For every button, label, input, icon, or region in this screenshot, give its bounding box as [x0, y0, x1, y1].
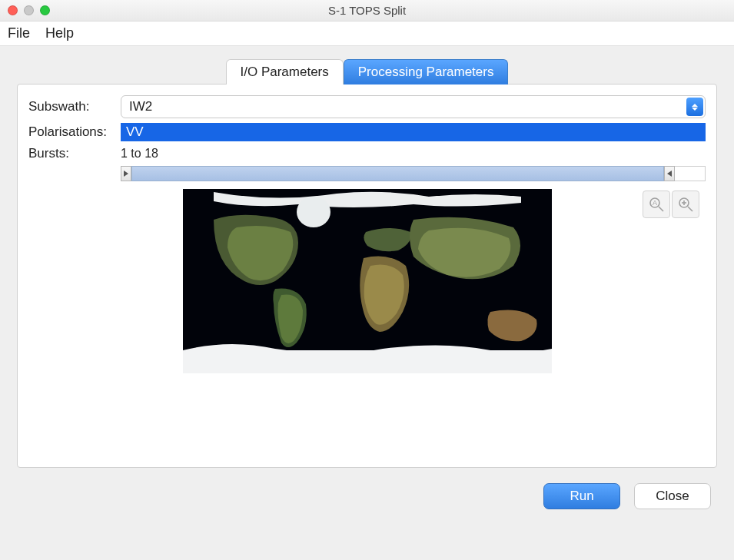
label-bursts: Bursts: — [28, 146, 121, 161]
row-subswath: Subswath: IW2 — [28, 95, 706, 118]
zoom-in-button[interactable] — [672, 191, 699, 218]
row-bursts: Bursts: 1 to 18 — [28, 146, 706, 181]
tab-io-parameters[interactable]: I/O Parameters — [226, 59, 344, 84]
bursts-value: 1 to 18 — [121, 147, 158, 161]
subswath-select[interactable]: IW2 — [121, 95, 706, 118]
map-tool-buttons: A — [643, 191, 699, 218]
menubar: File Help — [0, 22, 734, 46]
dropdown-stepper-icon — [686, 98, 703, 116]
bursts-range-slider[interactable] — [121, 166, 706, 181]
svg-line-9 — [688, 207, 692, 211]
close-button[interactable]: Close — [634, 483, 711, 509]
polarisations-list-selection[interactable]: VV — [121, 123, 706, 141]
bursts-slider-left-handle[interactable] — [121, 166, 131, 181]
svg-marker-1 — [667, 171, 672, 177]
run-button[interactable]: Run — [543, 483, 620, 509]
content-area: I/O Parameters Processing Parameters Sub… — [0, 46, 734, 560]
svg-text:A: A — [653, 199, 657, 207]
tab-strip: I/O Parameters Processing Parameters — [17, 58, 717, 84]
subswath-value: IW2 — [129, 99, 152, 114]
label-subswath: Subswath: — [28, 99, 121, 114]
bursts-slider-end-gap — [675, 166, 706, 181]
map-preview-area: A — [28, 189, 706, 373]
zoom-fit-button[interactable]: A — [643, 191, 670, 218]
bursts-slider-right-handle[interactable] — [664, 166, 675, 181]
window-title: S-1 TOPS Split — [0, 4, 734, 17]
polarisations-value: VV — [126, 124, 144, 140]
svg-marker-0 — [124, 171, 128, 177]
svg-line-6 — [659, 207, 663, 211]
titlebar: S-1 TOPS Split — [0, 0, 734, 22]
dialog-footer: Run Close — [17, 468, 717, 512]
menu-file[interactable]: File — [8, 25, 30, 41]
tab-processing-parameters[interactable]: Processing Parameters — [344, 59, 509, 84]
bursts-slider-track[interactable] — [131, 166, 664, 181]
menu-help[interactable]: Help — [45, 25, 74, 41]
row-polarisations: Polarisations: VV — [28, 123, 706, 141]
world-map-preview[interactable] — [183, 189, 552, 373]
label-polarisations: Polarisations: — [28, 124, 121, 140]
svg-point-4 — [297, 197, 330, 227]
parameters-panel: Subswath: IW2 Polarisations: VV Bursts: … — [17, 84, 717, 468]
